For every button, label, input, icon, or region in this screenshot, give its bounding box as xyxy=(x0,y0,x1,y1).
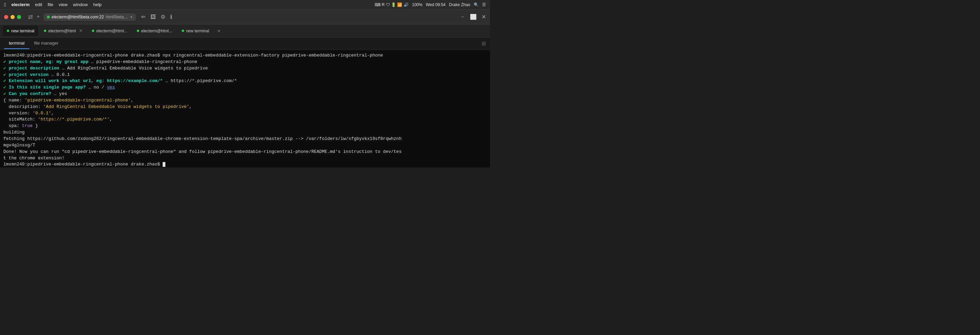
menu-icon[interactable]: ☰ xyxy=(482,2,486,7)
search-icon[interactable]: 🔍 xyxy=(474,2,479,7)
titlebar: ⇄ + electerm@html5beta.com:22 html5beta.… xyxy=(0,10,490,24)
menu-view[interactable]: view xyxy=(59,2,68,7)
tab-new-terminal-2[interactable]: new terminal xyxy=(178,26,213,37)
toolbar-actions: ✏ 🖼 ⚙ ℹ xyxy=(141,14,172,20)
tab-label-4: electerm@html... xyxy=(141,29,172,34)
terminal-line-18: lmxmn240:pipedrive-embeddable-ringcentra… xyxy=(3,161,487,168)
terminal-line-12: spa: true } xyxy=(3,123,487,129)
terminal-line-3: ✔ project description … Add RingCentral … xyxy=(3,65,487,72)
tab-dot-3 xyxy=(92,30,94,32)
terminal-line-2: ✔ project name, eg: my great app … piped… xyxy=(3,59,487,65)
info-icon[interactable]: ℹ xyxy=(170,14,172,20)
minimize-icon[interactable]: － xyxy=(460,13,465,21)
window-action-controls: － ⬜ ✕ xyxy=(460,13,486,21)
battery-percent: 100% xyxy=(412,2,423,7)
menubar:  electerm edit file view window help ⌨ … xyxy=(0,0,490,10)
grid-icon[interactable]: ⊞ xyxy=(482,40,486,47)
add-tab-icon[interactable]: + xyxy=(37,13,40,21)
close-button[interactable] xyxy=(4,15,8,19)
menu-file[interactable]: file xyxy=(48,2,53,7)
terminal-line-15: mgv4glnsxg/T xyxy=(3,142,487,149)
tab-dot-2 xyxy=(44,30,46,32)
cursor xyxy=(163,162,165,167)
subtab-filemanager[interactable]: file manager xyxy=(29,38,63,49)
system-icons: ⌨ R 🛡 🔋 📶 🔊 xyxy=(375,2,408,7)
apple-menu[interactable]:  xyxy=(4,2,6,8)
tab-close-2[interactable]: ✕ xyxy=(79,29,82,33)
menubar-right: ⌨ R 🛡 🔋 📶 🔊 100% Wed 09:54 Drake Zhao 🔍 … xyxy=(375,2,486,7)
terminal-line-14: fetching https://github.com/zxdong262/ri… xyxy=(3,136,487,142)
address-short: html5beta.... xyxy=(106,14,128,19)
subtabbar: terminal file manager ⊞ xyxy=(0,37,490,50)
tab-dot-1 xyxy=(7,30,9,32)
address-label: electerm@html5beta.com:22 xyxy=(52,14,104,19)
app-name[interactable]: electerm xyxy=(11,2,29,7)
terminal-line-6: ✔ Is this site single page app? … no / y… xyxy=(3,85,487,91)
connection-dot xyxy=(47,16,50,18)
back-nav-icon[interactable]: ⇄ xyxy=(28,13,33,21)
terminal-line-10: version: '0.0.1', xyxy=(3,110,487,117)
tab-label-3: electerm@html... xyxy=(96,29,127,34)
menu-help[interactable]: help xyxy=(93,2,102,7)
subtab-filemanager-label: file manager xyxy=(34,40,59,46)
terminal-line-7: ✔ Can you confirm? … yes xyxy=(3,91,487,97)
close-win-icon[interactable]: ✕ xyxy=(482,14,486,20)
terminal-line-1: lmxmn240:pipedrive-embeddable-ringcentra… xyxy=(3,53,487,59)
username: Drake Zhao xyxy=(449,2,470,7)
tab-electerm-2[interactable]: electerm@html... xyxy=(88,26,131,37)
yes-link[interactable]: yes xyxy=(107,85,115,90)
window-controls xyxy=(4,15,21,19)
terminal-line-8: { name: 'pipedrive-embeddable-ringcentra… xyxy=(3,97,487,104)
terminal-output[interactable]: lmxmn240:pipedrive-embeddable-ringcentra… xyxy=(0,50,490,168)
tab-dot-5 xyxy=(182,30,184,32)
subtab-terminal[interactable]: terminal xyxy=(4,38,29,49)
terminal-line-11: siteMatch: 'https://*.pipedrive.com/*', xyxy=(3,116,487,123)
minimize-button[interactable] xyxy=(11,15,14,19)
address-dropdown[interactable]: electerm@html5beta.com:22 html5beta.... … xyxy=(43,13,136,21)
tab-label-2: electerm@html xyxy=(48,29,76,34)
menu-edit[interactable]: edit xyxy=(35,2,42,7)
tab-label-5: new terminal xyxy=(186,29,209,34)
restore-icon[interactable]: ⬜ xyxy=(470,14,477,20)
terminal-line-9: description: 'Add RingCentral Embeddable… xyxy=(3,104,487,110)
terminal-line-4: ✔ project version … 0.0.1 xyxy=(3,72,487,78)
terminal-line-5: ✔ Extension will work in what url, eg: h… xyxy=(3,78,487,85)
tab-label-1: new terminal xyxy=(11,29,34,34)
tab-electerm-3[interactable]: electerm@html... xyxy=(133,26,176,37)
settings-icon[interactable]: ⚙ xyxy=(161,14,165,20)
terminal-line-16: Done! Now you can run "cd pipedrive-embe… xyxy=(3,149,487,155)
terminal-line-13: building xyxy=(3,129,487,136)
menu-window[interactable]: window xyxy=(73,2,88,7)
datetime: Wed 09:54 xyxy=(426,2,445,7)
edit-icon[interactable]: ✏ xyxy=(141,14,146,20)
terminal-line-17: t the chrome extension! xyxy=(3,155,487,162)
maximize-button[interactable] xyxy=(17,15,21,19)
tab-dot-4 xyxy=(137,30,139,32)
subtab-terminal-label: terminal xyxy=(9,40,24,46)
image-icon[interactable]: 🖼 xyxy=(150,14,156,20)
tabbar: new terminal electerm@html ✕ electerm@ht… xyxy=(0,24,490,37)
tab-electerm-1[interactable]: electerm@html ✕ xyxy=(40,26,86,37)
tab-new-terminal-1[interactable]: new terminal xyxy=(3,26,38,37)
dropdown-chevron-icon[interactable]: ▾ xyxy=(130,14,132,19)
add-tab-button[interactable]: + xyxy=(215,27,223,35)
